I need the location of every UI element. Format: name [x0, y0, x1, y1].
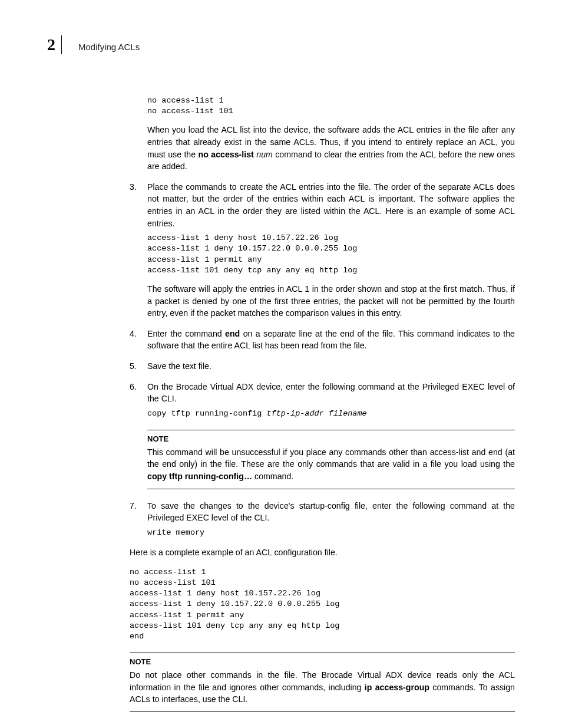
note-title: NOTE — [147, 434, 515, 445]
step-4: 4. Enter the command end on a separate l… — [130, 328, 515, 352]
step-6: 6. On the Brocade Virtual ADX device, en… — [130, 381, 515, 419]
step-5: 5. Save the text file. — [130, 360, 515, 373]
note-block-1: NOTE This command will be unsuccessful i… — [147, 430, 515, 489]
code-block-3: copy tftp running-config tftp-ip-addr fi… — [147, 409, 515, 419]
note-title: NOTE — [130, 657, 515, 668]
step-3: 3. Place the commands to create the ACL … — [130, 181, 515, 319]
code-block-1: no access-list 1 no access-list 101 — [147, 95, 515, 117]
paragraph: Here is a complete example of an ACL con… — [130, 546, 515, 559]
step-7: 7. To save the changes to the device's s… — [130, 500, 515, 538]
chapter-number: 2 — [47, 35, 62, 54]
section-title: Modifying ACLs — [78, 42, 140, 52]
code-block-2: access-list 1 deny host 10.157.22.26 log… — [147, 233, 515, 276]
code-block-4: write memory — [147, 528, 515, 538]
note-block-2: NOTE Do not place other commands in the … — [130, 653, 515, 712]
note-body: This command will be unsuccessful if you… — [147, 446, 515, 483]
page-header: 2 Modifying ACLs — [47, 35, 515, 54]
paragraph: When you load the ACL list into the devi… — [147, 124, 515, 172]
code-block-5: no access-list 1 no access-list 101 acce… — [130, 567, 515, 643]
note-body: Do not place other commands in the file.… — [130, 669, 515, 706]
main-content: no access-list 1 no access-list 101 When… — [130, 95, 515, 712]
paragraph: The software will apply the entries in A… — [147, 283, 515, 319]
